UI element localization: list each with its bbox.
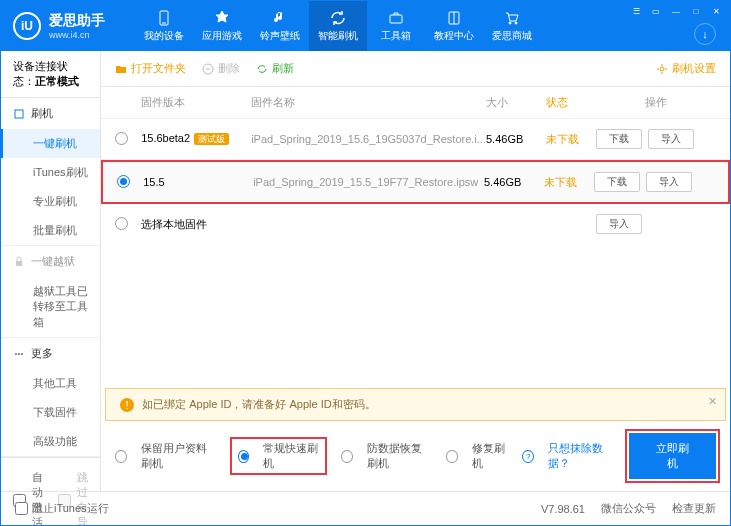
flash-now-button[interactable]: 立即刷机 bbox=[629, 433, 716, 479]
svg-rect-2 bbox=[390, 15, 402, 23]
sidebar-oneclick-flash[interactable]: 一键刷机 bbox=[1, 129, 100, 158]
download-button[interactable]: 下载 bbox=[596, 129, 642, 149]
svg-point-10 bbox=[18, 353, 20, 355]
nav-flash[interactable]: 智能刷机 bbox=[309, 1, 367, 51]
win-menu-icon[interactable]: ☰ bbox=[630, 5, 642, 17]
nav-store[interactable]: 爱思商城 bbox=[483, 1, 541, 51]
nav-ringtone[interactable]: 铃声壁纸 bbox=[251, 1, 309, 51]
refresh-icon bbox=[329, 9, 347, 27]
radio-checked[interactable] bbox=[117, 175, 130, 188]
svg-point-11 bbox=[21, 353, 23, 355]
sidebar-more[interactable]: 更多 bbox=[1, 338, 100, 369]
radio-unchecked[interactable] bbox=[115, 132, 128, 145]
wechat-link[interactable]: 微信公众号 bbox=[601, 501, 656, 516]
nav-tutorial[interactable]: 教程中心 bbox=[425, 1, 483, 51]
warning-icon: ! bbox=[120, 398, 134, 412]
toolbox-icon bbox=[387, 9, 405, 27]
erase-only-link[interactable]: 只想抹除数据？ bbox=[548, 441, 615, 471]
table-header: 固件版本 固件名称 大小 状态 操作 bbox=[101, 87, 730, 119]
sidebar-jailbreak-note: 越狱工具已转移至工具箱 bbox=[1, 277, 100, 337]
nav-apps[interactable]: 应用游戏 bbox=[193, 1, 251, 51]
svg-point-5 bbox=[509, 22, 511, 24]
mode-keep-data[interactable]: 保留用户资料刷机 bbox=[115, 441, 216, 471]
cart-icon bbox=[503, 9, 521, 27]
win-max-icon[interactable]: □ bbox=[690, 5, 702, 17]
radio-unchecked[interactable] bbox=[115, 217, 128, 230]
import-button[interactable]: 导入 bbox=[648, 129, 694, 149]
book-icon bbox=[445, 9, 463, 27]
lock-icon bbox=[13, 256, 25, 268]
sidebar-jailbreak[interactable]: 一键越狱 bbox=[1, 246, 100, 277]
brand-name: 爱思助手 bbox=[49, 12, 105, 30]
tb-open-folder[interactable]: 打开文件夹 bbox=[115, 61, 186, 76]
app-logo: iU bbox=[13, 12, 41, 40]
phone-icon bbox=[155, 9, 173, 27]
download-manager-icon[interactable]: ↓ bbox=[694, 23, 716, 45]
sidebar-flash[interactable]: 刷机 bbox=[1, 98, 100, 129]
svg-point-9 bbox=[15, 353, 17, 355]
firmware-row-selected[interactable]: 15.5 iPad_Spring_2019_15.5_19F77_Restore… bbox=[101, 160, 730, 204]
delete-icon bbox=[202, 63, 214, 75]
check-update-link[interactable]: 检查更新 bbox=[672, 501, 716, 516]
nav-my-device[interactable]: 我的设备 bbox=[135, 1, 193, 51]
sidebar-other-tools[interactable]: 其他工具 bbox=[1, 369, 100, 398]
block-itunes-checkbox[interactable] bbox=[15, 502, 28, 515]
local-firmware-row[interactable]: 选择本地固件 导入 bbox=[101, 204, 730, 244]
win-min-icon[interactable]: — bbox=[670, 5, 682, 17]
music-icon bbox=[271, 9, 289, 27]
import-button[interactable]: 导入 bbox=[646, 172, 692, 192]
svg-rect-7 bbox=[15, 110, 23, 118]
close-icon[interactable]: ✕ bbox=[708, 395, 717, 408]
mode-normal[interactable]: 常规快速刷机 bbox=[230, 437, 327, 475]
tb-settings[interactable]: 刷机设置 bbox=[656, 61, 716, 76]
sidebar-batch-flash[interactable]: 批量刷机 bbox=[1, 216, 100, 245]
svg-text:!: ! bbox=[126, 399, 129, 411]
sidebar-pro-flash[interactable]: 专业刷机 bbox=[1, 187, 100, 216]
sidebar-download-fw[interactable]: 下载固件 bbox=[1, 398, 100, 427]
dots-icon bbox=[13, 348, 25, 360]
sidebar-itunes-flash[interactable]: iTunes刷机 bbox=[1, 158, 100, 187]
firmware-row[interactable]: 15.6beta2测试版 iPad_Spring_2019_15.6_19G50… bbox=[101, 119, 730, 160]
mode-anti-recovery[interactable]: 防数据恢复刷机 bbox=[341, 441, 432, 471]
folder-icon bbox=[115, 63, 127, 75]
nav-toolbox[interactable]: 工具箱 bbox=[367, 1, 425, 51]
sidebar-advanced[interactable]: 高级功能 bbox=[1, 427, 100, 456]
win-skin-icon[interactable]: ▭ bbox=[650, 5, 662, 17]
info-icon[interactable]: ? bbox=[522, 450, 534, 463]
brand-url: www.i4.cn bbox=[49, 30, 105, 40]
version-label: V7.98.61 bbox=[541, 503, 585, 515]
import-button[interactable]: 导入 bbox=[596, 214, 642, 234]
rect-icon bbox=[13, 108, 25, 120]
download-button[interactable]: 下载 bbox=[594, 172, 640, 192]
tb-delete[interactable]: 删除 bbox=[202, 61, 240, 76]
warning-bar: ! 如已绑定 Apple ID，请准备好 Apple ID和密码。 ✕ bbox=[105, 388, 726, 421]
win-close-icon[interactable]: ✕ bbox=[710, 5, 722, 17]
mode-repair[interactable]: 修复刷机 bbox=[446, 441, 508, 471]
app-icon bbox=[213, 9, 231, 27]
tb-refresh[interactable]: 刷新 bbox=[256, 61, 294, 76]
refresh-icon bbox=[256, 63, 268, 75]
svg-point-15 bbox=[660, 67, 664, 71]
svg-rect-8 bbox=[16, 261, 22, 266]
connection-status: 设备连接状态：正常模式 bbox=[1, 51, 100, 98]
svg-point-6 bbox=[515, 22, 517, 24]
gear-icon bbox=[656, 63, 668, 75]
